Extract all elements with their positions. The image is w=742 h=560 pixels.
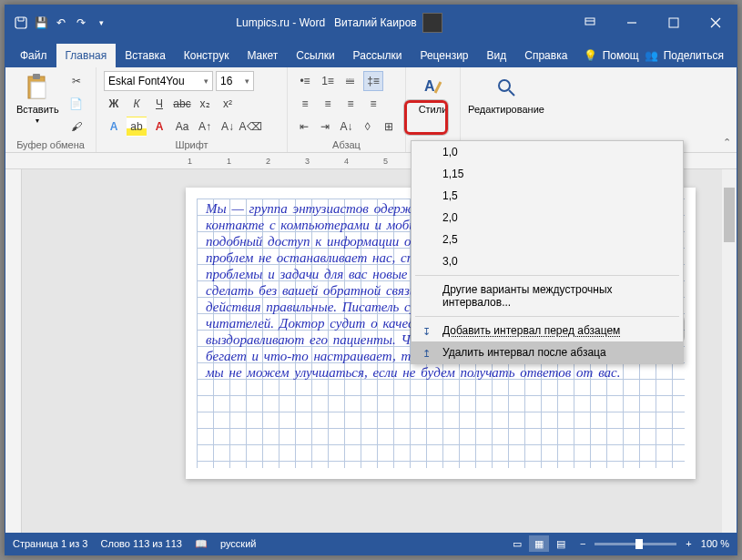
avatar[interactable] [422, 13, 442, 33]
shading-button[interactable]: ◊ [359, 117, 377, 137]
tab-references[interactable]: Ссылки [287, 44, 343, 67]
view-web-button[interactable]: ▤ [551, 535, 571, 552]
tab-help[interactable]: Справка [515, 44, 576, 67]
status-words[interactable]: Слово 113 из 113 [100, 538, 182, 549]
sort-button[interactable]: A↓ [337, 117, 355, 137]
save-icon[interactable]: 💾 [33, 15, 49, 31]
bullets-button[interactable]: •≡ [295, 71, 315, 91]
spacing-option[interactable]: 3,0 [412, 250, 683, 272]
tab-insert[interactable]: Вставка [116, 44, 175, 67]
spacing-option[interactable]: 1,0 [412, 141, 683, 163]
redo-icon[interactable]: ↷ [73, 15, 89, 31]
autosave-icon[interactable] [13, 15, 29, 31]
zoom-slider[interactable] [595, 543, 676, 545]
highlight-button[interactable]: ab [127, 117, 147, 137]
status-language[interactable]: русский [220, 538, 256, 549]
close-button[interactable] [695, 5, 737, 40]
borders-button[interactable]: ⊞ [380, 117, 398, 137]
spellcheck-icon[interactable]: 📖 [195, 538, 208, 550]
copy-button[interactable]: 📄 [66, 94, 86, 114]
grow-font-button[interactable]: A↑ [195, 117, 215, 137]
font-color-button[interactable]: A [149, 117, 169, 137]
view-print-button[interactable]: ▦ [529, 535, 549, 552]
italic-button[interactable]: К [127, 94, 147, 114]
increase-indent-button[interactable]: ⇥ [316, 117, 334, 137]
window-title: Lumpics.ru - Word [236, 16, 325, 29]
maximize-button[interactable] [653, 5, 695, 40]
align-left-button[interactable]: ≡ [295, 94, 315, 114]
group-label-font: Шрифт [104, 137, 280, 150]
add-before-icon: ↧ [419, 324, 433, 339]
styles-icon: A [419, 73, 448, 102]
paste-button[interactable]: Вставить ▾ [13, 71, 63, 127]
align-right-button[interactable]: ≡ [341, 94, 361, 114]
align-center-button[interactable]: ≡ [318, 94, 338, 114]
svg-rect-7 [33, 74, 40, 79]
numbering-button[interactable]: 1≡ [318, 71, 338, 91]
styles-button[interactable]: A Стили [413, 71, 452, 117]
cut-button[interactable]: ✂ [66, 71, 86, 91]
subscript-button[interactable]: x₂ [195, 94, 215, 114]
svg-rect-8 [31, 82, 46, 98]
tell-me[interactable]: Помощ [599, 44, 643, 67]
svg-line-11 [509, 90, 514, 96]
clipboard-icon [23, 73, 52, 102]
add-space-before[interactable]: ↧ Добавить интервал перед абзацем [412, 320, 683, 341]
svg-rect-3 [669, 18, 678, 27]
underline-button[interactable]: Ч [149, 94, 169, 114]
group-label-clipboard: Буфер обмена [13, 137, 88, 150]
tab-layout[interactable]: Макет [238, 44, 287, 67]
multilevel-button[interactable]: ⩸ [341, 71, 361, 91]
spacing-option[interactable]: 2,5 [412, 229, 683, 250]
tab-home[interactable]: Главная [56, 44, 117, 67]
minimize-button[interactable] [611, 5, 653, 40]
justify-button[interactable]: ≡ [363, 94, 383, 114]
line-spacing-dropdown: 1,0 1,15 1,5 2,0 2,5 3,0 Другие варианты… [411, 140, 684, 364]
view-read-button[interactable]: ▭ [507, 535, 527, 552]
remove-space-after[interactable]: ↥ Удалить интервал после абзаца [412, 341, 683, 363]
tab-review[interactable]: Рецензир [411, 44, 477, 67]
share-icon: 👥 [645, 49, 658, 62]
change-case-button[interactable]: Aa [172, 117, 192, 137]
tab-file[interactable]: Файл [11, 44, 56, 67]
shrink-font-button[interactable]: A↓ [218, 117, 238, 137]
text-effects-button[interactable]: A [104, 117, 124, 137]
undo-icon[interactable]: ↶ [53, 15, 69, 31]
scrollbar-thumb[interactable] [724, 188, 735, 242]
zoom-in-button[interactable]: + [686, 538, 691, 549]
decrease-indent-button[interactable]: ⇤ [295, 117, 313, 137]
font-name-combo[interactable]: Eskal Font4You▾ [104, 71, 213, 91]
tab-view[interactable]: Вид [478, 44, 516, 67]
clear-format-button[interactable]: A⌫ [240, 117, 260, 137]
vertical-scrollbar[interactable] [722, 169, 737, 533]
spacing-option[interactable]: 1,5 [412, 185, 683, 207]
vertical-ruler[interactable] [5, 169, 22, 533]
bold-button[interactable]: Ж [104, 94, 124, 114]
qat-more-icon[interactable]: ▾ [93, 15, 109, 31]
format-painter-button[interactable]: 🖌 [66, 117, 86, 137]
svg-point-10 [499, 80, 510, 91]
editing-button[interactable]: Редактирование [468, 71, 544, 117]
ribbon-options-button[interactable] [569, 5, 611, 40]
spacing-more-options[interactable]: Другие варианты междустрочных интервалов… [412, 279, 683, 313]
lightbulb-icon: 💡 [584, 49, 597, 62]
font-size-combo[interactable]: 16▾ [216, 71, 254, 91]
search-icon [492, 73, 521, 102]
spacing-option[interactable]: 2,0 [412, 207, 683, 229]
share-button[interactable]: Поделиться [660, 44, 727, 67]
zoom-level[interactable]: 100 % [701, 538, 729, 549]
tab-mailings[interactable]: Рассылки [344, 44, 412, 67]
svg-rect-0 [15, 17, 26, 28]
remove-after-icon: ↥ [419, 346, 433, 361]
zoom-out-button[interactable]: − [580, 538, 585, 549]
superscript-button[interactable]: x² [218, 94, 238, 114]
group-label-paragraph: Абзац [295, 137, 398, 150]
spacing-option[interactable]: 1,15 [412, 163, 683, 185]
svg-text:A: A [424, 78, 435, 94]
status-page[interactable]: Страница 1 из 3 [13, 538, 87, 549]
user-name: Виталий Каиров [334, 16, 417, 29]
line-spacing-button[interactable]: ‡≡ [363, 71, 383, 91]
tab-design[interactable]: Конструк [175, 44, 239, 67]
strikethrough-button[interactable]: abc [172, 94, 192, 114]
collapse-ribbon-button[interactable]: ⌃ [723, 137, 731, 148]
